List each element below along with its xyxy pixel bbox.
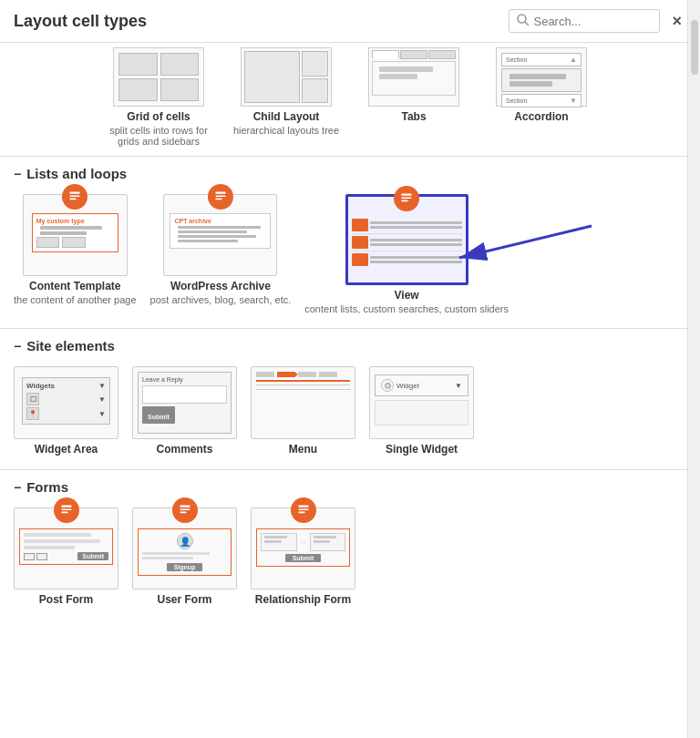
svg-rect-9: [402, 197, 412, 199]
section-header-site: − Site elements: [0, 329, 700, 359]
svg-rect-5: [215, 191, 225, 193]
preview-line: [178, 235, 256, 238]
svg-rect-21: [298, 512, 304, 514]
menu-item[interactable]: Menu: [251, 366, 355, 456]
tabs-item[interactable]: Tabs: [359, 47, 468, 123]
preview-img-line: [370, 221, 462, 224]
content-template-desc: the content of another page: [14, 294, 137, 305]
search-box[interactable]: [509, 9, 660, 33]
relationship-form-item[interactable]: → Submit: [251, 507, 355, 606]
comments-item[interactable]: Leave a Reply Submit Comments: [132, 366, 237, 456]
child-layout-item[interactable]: Child Layout hierarchical layouts tree: [232, 47, 341, 136]
grid-preview: [113, 47, 204, 107]
preview-line: [379, 67, 433, 72]
preview-line: [40, 231, 87, 235]
widget-area-item[interactable]: Widgets ▼ ☐ ▼ 📍 ▼: [14, 366, 118, 456]
section-content-lists: My custom type Content Template the cont…: [0, 187, 700, 329]
wp-archive-desc: post archives, blog, search, etc.: [150, 294, 292, 305]
grid-cell: [160, 53, 200, 76]
scrollbar-thumb[interactable]: [691, 20, 698, 75]
search-icon: [517, 14, 529, 28]
child-col-sub: [302, 51, 328, 77]
child-layout-preview: [241, 47, 332, 107]
view-badge: [394, 186, 419, 211]
svg-rect-20: [298, 508, 308, 510]
wp-archive-preview: CPT archive: [163, 194, 277, 276]
comments-label: Comments: [156, 443, 212, 456]
post-form-item[interactable]: Submit Post Form: [14, 507, 118, 606]
child-layout-desc: hierarchical layouts tree: [233, 125, 339, 136]
tab-btn: [428, 50, 456, 59]
post-form-preview: Submit: [14, 507, 118, 589]
grid-cell: [160, 78, 200, 101]
accordion-label: Accordion: [514, 110, 568, 123]
widget-area-label: Widget Area: [35, 443, 98, 456]
preview-img-row: [352, 236, 462, 249]
section-label-site: Site elements: [26, 338, 115, 354]
tabs-label: Tabs: [401, 110, 426, 123]
preview-img-line: [370, 226, 462, 229]
accordion-item[interactable]: Section ▲ Section ▼ Accordion: [487, 47, 596, 123]
preview-line: [178, 231, 247, 233]
svg-rect-15: [61, 512, 67, 514]
preview-line: [510, 74, 566, 79]
grid-of-cells-desc: split cells into rows for grids and side…: [104, 125, 213, 147]
preview-img-box: [352, 219, 368, 231]
content-template-label: Content Template: [29, 280, 120, 292]
preview-img-line: [370, 239, 462, 241]
user-form-preview: 👤 Signup: [132, 507, 237, 589]
svg-rect-4: [70, 199, 77, 200]
view-label: View: [395, 289, 419, 302]
search-input[interactable]: [533, 15, 652, 28]
relationship-form-badge: [291, 497, 316, 523]
preview-img-row: [352, 219, 462, 231]
section-toggle-site[interactable]: −: [14, 339, 21, 354]
svg-rect-6: [215, 195, 225, 197]
svg-line-12: [459, 226, 592, 258]
grid-of-cells-item[interactable]: Grid of cells split cells into rows for …: [104, 47, 213, 147]
tab-bar: [369, 48, 458, 59]
child-col-main: [244, 51, 300, 103]
section-content-site: Widgets ▼ ☐ ▼ 📍 ▼: [0, 359, 700, 470]
forms-section: − Forms: [0, 470, 700, 620]
section-header-forms: − Forms: [0, 470, 700, 500]
grid-cell: [118, 53, 158, 76]
svg-rect-2: [70, 191, 80, 193]
close-button[interactable]: ×: [667, 12, 686, 31]
user-form-label: User Form: [157, 593, 211, 606]
lists-and-loops-section: − Lists and loops My custom type: [0, 157, 700, 329]
accordion-arrow-icon: ▼: [570, 97, 577, 105]
orange-box-title: My custom type: [36, 218, 114, 224]
svg-rect-7: [215, 199, 221, 200]
preview-img-lines: [370, 256, 462, 263]
items-row-site: Widgets ▼ ☐ ▼ 📍 ▼: [14, 366, 686, 456]
tabs-preview: [368, 47, 459, 107]
svg-rect-14: [61, 508, 71, 510]
child-col-side: [302, 51, 328, 103]
widget-area-preview: Widgets ▼ ☐ ▼ 📍 ▼: [14, 366, 118, 439]
preview-img-line: [370, 256, 462, 259]
relationship-form-preview: → Submit: [251, 507, 355, 589]
items-row-forms: Submit Post Form: [14, 507, 686, 606]
accordion-row: Section ▼: [501, 94, 582, 108]
top-section: Grid of cells split cells into rows for …: [0, 43, 700, 157]
wp-archive-label: WordPress Archive: [170, 280, 271, 292]
view-item[interactable]: View content lists, custom searches, cus…: [304, 194, 509, 314]
preview-img-lines: [370, 221, 462, 229]
menu-label: Menu: [289, 443, 317, 456]
wp-archive-item[interactable]: CPT archive WordPress Archive post archi…: [150, 194, 292, 305]
section-label-forms: Forms: [26, 479, 68, 495]
scrollbar[interactable]: [687, 0, 700, 738]
arrow-indicator: [450, 221, 596, 267]
single-widget-label: Single Widget: [386, 443, 458, 456]
content-template-badge: [62, 184, 88, 210]
section-toggle-lists[interactable]: −: [14, 167, 21, 181]
svg-rect-17: [180, 508, 190, 510]
accordion-preview: Section ▲ Section ▼: [496, 47, 587, 107]
content-template-item[interactable]: My custom type Content Template the cont…: [14, 194, 137, 305]
single-widget-item[interactable]: ⚙ Widget ▼ Single Widget: [369, 366, 474, 456]
section-toggle-forms[interactable]: −: [14, 480, 21, 495]
child-layout-label: Child Layout: [253, 110, 320, 123]
accordion-arrow-icon: ▲: [570, 56, 577, 64]
user-form-item[interactable]: 👤 Signup User Form: [132, 507, 237, 606]
